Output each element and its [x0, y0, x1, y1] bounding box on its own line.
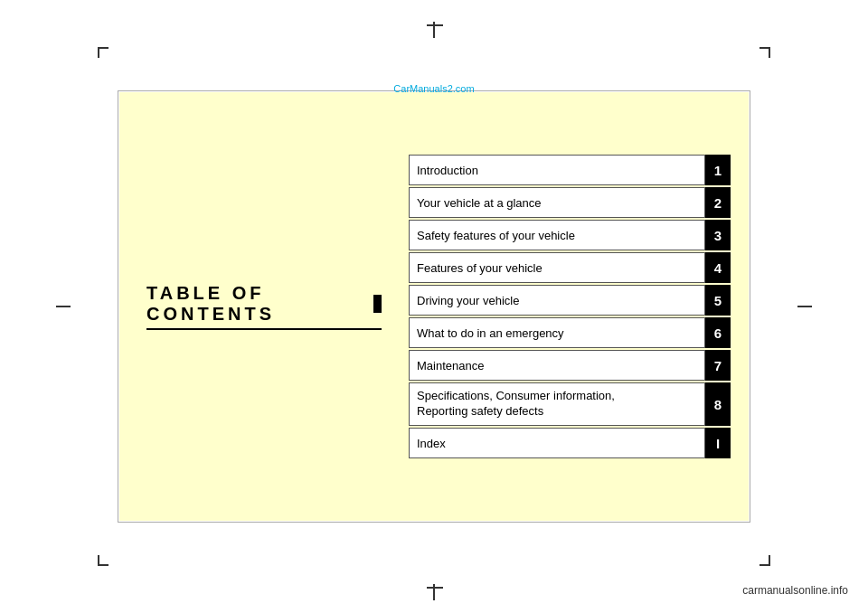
corner-mark-bl [98, 553, 110, 566]
content-area: TABLE OF CONTENTS Introduction1Your vehi… [119, 92, 749, 521]
toc-item-number: 4 [705, 252, 731, 283]
toc-item-label[interactable]: Your vehicle at a glance [409, 187, 705, 218]
right-side-mark [797, 306, 812, 307]
toc-item-label[interactable]: Driving your vehicle [409, 285, 705, 316]
toc-row: What to do in an emergency6 [409, 317, 731, 348]
toc-item-label[interactable]: Index [409, 428, 705, 458]
corner-mark-tr [758, 47, 770, 60]
left-side-mark [56, 306, 71, 307]
toc-item-label[interactable]: What to do in an emergency [409, 317, 705, 348]
toc-item-number: 8 [705, 382, 731, 426]
top-watermark: CarManuals2.com [393, 83, 474, 94]
toc-item-number: 1 [705, 155, 731, 185]
toc-item-number: 7 [705, 350, 731, 381]
toc-item-label[interactable]: Introduction [409, 155, 705, 185]
toc-cursor [373, 295, 382, 313]
toc-title: TABLE OF CONTENTS [146, 283, 382, 330]
toc-row: Specifications, Consumer information,Rep… [409, 382, 731, 426]
toc-item-label[interactable]: Features of your vehicle [409, 252, 705, 283]
toc-row: IndexI [409, 428, 731, 458]
corner-mark-br [758, 553, 770, 566]
toc-item-number: 2 [705, 187, 731, 218]
toc-item-label[interactable]: Maintenance [409, 350, 705, 381]
toc-row: Driving your vehicle5 [409, 285, 731, 316]
toc-item-number: 3 [705, 220, 731, 250]
corner-mark-tl [98, 47, 110, 60]
toc-row: Safety features of your vehicle3 [409, 220, 731, 250]
toc-item-number: 5 [705, 285, 731, 316]
toc-row: Introduction1 [409, 155, 731, 185]
toc-list: Introduction1Your vehicle at a glance2Sa… [400, 146, 749, 467]
toc-item-number: 6 [705, 317, 731, 348]
toc-item-number: I [705, 428, 731, 458]
toc-row: Your vehicle at a glance2 [409, 187, 731, 218]
toc-row: Features of your vehicle4 [409, 252, 731, 283]
bottom-watermark: carmanualsonline.info [735, 580, 855, 600]
toc-item-label[interactable]: Safety features of your vehicle [409, 220, 705, 250]
toc-row: Maintenance7 [409, 350, 731, 381]
toc-item-label[interactable]: Specifications, Consumer information,Rep… [409, 382, 705, 426]
left-panel: TABLE OF CONTENTS [119, 265, 400, 348]
toc-title-text: TABLE OF CONTENTS [146, 283, 370, 325]
